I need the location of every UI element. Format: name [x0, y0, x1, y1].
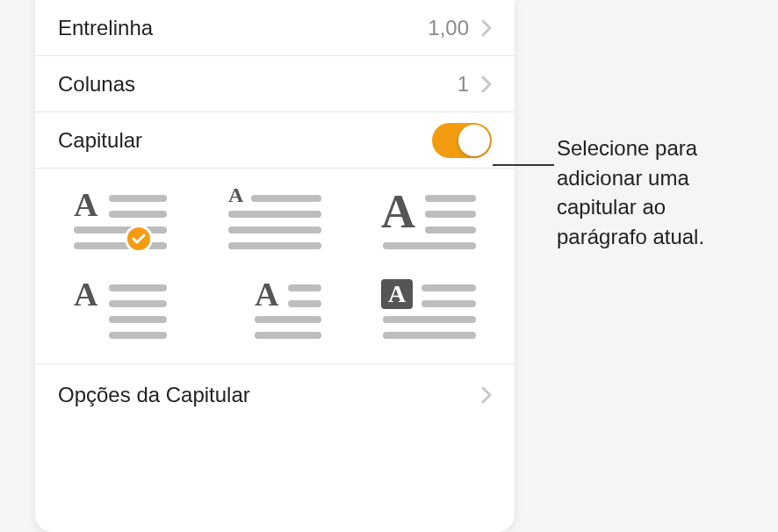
drop-cap-toggle[interactable] — [432, 123, 492, 158]
chevron-right-icon — [481, 386, 492, 404]
callout-leader-line — [493, 164, 554, 166]
drop-cap-style-6[interactable]: A — [357, 279, 502, 342]
row-drop-cap: Capitular — [35, 112, 515, 169]
letter-a-icon: A — [228, 184, 243, 205]
letter-a-icon: A — [74, 188, 97, 221]
columns-right: 1 — [457, 72, 492, 97]
letter-a-icon: A — [255, 277, 278, 311]
columns-value: 1 — [457, 72, 469, 97]
toggle-knob — [458, 125, 490, 156]
line-spacing-value: 1,00 — [428, 16, 469, 40]
drop-cap-style-section: A A — [35, 169, 515, 364]
row-columns[interactable]: Colunas 1 — [35, 56, 515, 112]
callout-text: Selecione para adicionar uma capitular a… — [557, 133, 760, 251]
letter-a-icon: A — [74, 277, 97, 311]
row-drop-cap-options[interactable]: Opções da Capitular — [35, 364, 515, 426]
columns-label: Colunas — [58, 72, 135, 97]
drop-cap-style-2[interactable]: A — [202, 190, 348, 253]
row-line-spacing[interactable]: Entrelinha 1,00 — [35, 0, 515, 56]
line-spacing-label: Entrelinha — [58, 16, 153, 40]
chevron-right-icon — [481, 19, 492, 37]
letter-a-boxed-icon: A — [381, 279, 413, 309]
letter-a-icon: A — [381, 188, 415, 235]
drop-cap-style-1[interactable]: A — [47, 190, 193, 253]
drop-cap-right — [432, 123, 492, 158]
drop-cap-style-3[interactable]: A — [357, 190, 502, 253]
check-icon — [125, 225, 153, 253]
drop-cap-options-right — [481, 386, 492, 404]
chevron-right-icon — [481, 75, 492, 93]
drop-cap-style-4[interactable]: A — [47, 279, 193, 342]
drop-cap-label: Capitular — [58, 128, 142, 153]
drop-cap-options-label: Opções da Capitular — [58, 383, 250, 407]
text-format-panel: Entrelinha 1,00 Colunas 1 Capitular — [35, 0, 515, 532]
drop-cap-style-5[interactable]: A — [202, 279, 348, 342]
line-spacing-right: 1,00 — [428, 16, 492, 40]
drop-cap-style-grid: A A — [47, 190, 502, 342]
